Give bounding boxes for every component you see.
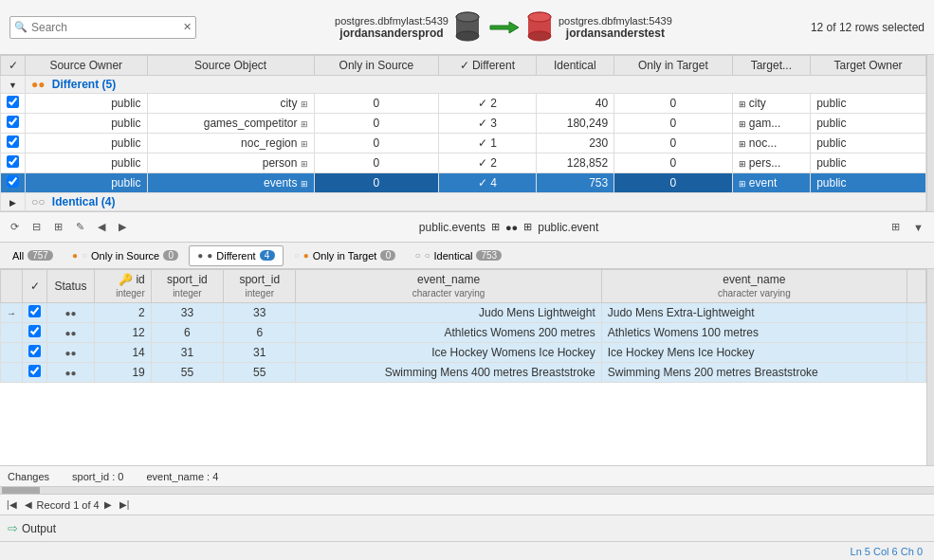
- row-arrow-none: [1, 343, 23, 363]
- columns-btn[interactable]: ⊟: [27, 218, 46, 236]
- tab-different-label: Different: [216, 250, 255, 262]
- col-source-obj-header: Source Object: [147, 56, 314, 76]
- group-expand-btn[interactable]: ▼: [1, 76, 26, 94]
- detail-row-status: ●●: [47, 303, 95, 323]
- table-row[interactable]: public games_competitor ⊞ 0 ✓ 3 180,249 …: [1, 114, 926, 134]
- target-db-name: jordansanderstest: [559, 27, 672, 40]
- dot-pair-center: ●●: [505, 222, 518, 233]
- target-conn-string: postgres.dbfmylast:5439: [559, 15, 672, 27]
- detail-extra: [907, 323, 926, 343]
- more-btn[interactable]: ▼: [908, 219, 928, 236]
- source-obj-cell: city ⊞: [147, 94, 314, 114]
- group-identical-header[interactable]: ▶ ○○ Identical (4): [1, 193, 926, 211]
- detail-scrollbar[interactable]: [926, 269, 934, 465]
- detail-row-check[interactable]: [23, 303, 47, 323]
- only-target-cell: 0: [614, 94, 732, 114]
- detail-row-check[interactable]: [23, 323, 47, 343]
- rows-selected: 12 of 12 rows selected: [811, 21, 925, 34]
- detail-id-header: 🔑 id integer: [95, 270, 152, 303]
- detail-sport-src-cell: 6: [151, 323, 223, 343]
- dot-diff2: ●: [207, 250, 212, 261]
- search-input[interactable]: [31, 21, 183, 34]
- edit-btn[interactable]: ✎: [71, 218, 89, 236]
- dot-source: ●: [72, 250, 78, 261]
- tab-all[interactable]: All 757: [4, 245, 62, 266]
- tab-identical-count: 753: [476, 250, 502, 261]
- row-arrow-indicator: →: [1, 303, 23, 323]
- detail-row-check[interactable]: [23, 363, 47, 383]
- filter-btn[interactable]: ⊞: [49, 218, 67, 236]
- detail-sport-src-cell: 55: [151, 363, 223, 383]
- detail-table: ✓ Status 🔑 id integer sport_idinteger sp…: [0, 269, 926, 383]
- detail-id-cell: 14: [95, 343, 152, 363]
- detail-event-src-cell: Judo Mens Lightweight: [296, 303, 601, 323]
- detail-event-tgt-cell: Swimming Mens 200 metres Breaststroke: [601, 363, 907, 383]
- svg-point-3: [456, 12, 479, 22]
- source-obj-cell: noc_region ⊞: [147, 134, 314, 154]
- nav-first-btn[interactable]: |◀: [4, 498, 20, 511]
- search-box[interactable]: 🔍 ✕: [9, 16, 196, 39]
- target-obj-cell: ⊞ city: [732, 94, 811, 114]
- group-different-header[interactable]: ▼ ●● Different (5): [1, 76, 926, 94]
- svg-point-8: [528, 12, 551, 22]
- status-line: Ln 5 Col 6 Ch 0: [0, 541, 934, 560]
- record-nav: |◀ ◀ Record 1 of 4 ▶ ▶|: [0, 494, 934, 515]
- nav-last-btn[interactable]: ▶|: [117, 498, 133, 511]
- different-cell: ✓ 2: [439, 94, 536, 114]
- grid-view-btn[interactable]: ⊞: [887, 218, 905, 236]
- target-owner-cell: public: [811, 173, 926, 193]
- tab-only-target-label: Only in Target: [313, 250, 377, 262]
- detail-extra-col: [907, 270, 926, 303]
- clear-search-button[interactable]: ✕: [183, 21, 192, 33]
- detail-id-cell: 12: [95, 323, 152, 343]
- source-owner-cell: public: [26, 134, 148, 154]
- detail-event-tgt-cell: Judo Mens Extra-Lightweight: [601, 303, 907, 323]
- tab-different[interactable]: ● ● Different 4: [189, 245, 283, 266]
- main-table-scrollbar[interactable]: [926, 55, 934, 211]
- identical-cell: 230: [536, 134, 614, 154]
- only-source-cell: 0: [314, 134, 438, 154]
- source-db-name: jordansandersprod: [335, 27, 449, 40]
- identical-cell: 180,249: [536, 114, 614, 134]
- source-owner-cell: public: [26, 173, 148, 193]
- group-expand-identical-btn[interactable]: ▶: [1, 193, 26, 211]
- status-text: Ln 5 Col 6 Ch 0: [851, 546, 923, 557]
- nav-left-btn[interactable]: ◀: [93, 218, 110, 236]
- nav-right-btn[interactable]: ▶: [114, 218, 131, 236]
- tab-only-target[interactable]: ○ ● Only in Target 0: [285, 245, 405, 266]
- group-different-title: Different (5): [52, 78, 116, 91]
- detail-sport-src-header: sport_idinteger: [151, 270, 223, 303]
- row-check[interactable]: [1, 114, 26, 134]
- detail-sport-tgt-cell: 55: [224, 363, 296, 383]
- tab-only-source[interactable]: ● ○ Only in Source 0: [64, 245, 187, 266]
- table-row-selected[interactable]: public events ⊞ 0 ✓ 4 753 0 ⊞ event publ…: [1, 173, 926, 193]
- detail-row-check[interactable]: [23, 343, 47, 363]
- col-different-header: ✓ Different: [439, 56, 536, 76]
- changes-label: Changes: [8, 471, 49, 482]
- detail-row[interactable]: ●● 14 31 31 Ice Hockey Womens Ice Hockey…: [1, 343, 926, 363]
- detail-event-tgt-cell: Athletics Womens 100 metres: [601, 323, 907, 343]
- nav-next-btn[interactable]: ▶: [101, 498, 115, 511]
- tab-identical[interactable]: ○ ○ Identical 753: [406, 245, 510, 266]
- target-connection: postgres.dbfmylast:5439 jordansanderstes…: [559, 15, 672, 40]
- nav-prev-btn[interactable]: ◀: [22, 498, 35, 511]
- dot-target1: ○: [294, 250, 300, 261]
- source-owner-cell: public: [26, 154, 148, 173]
- detail-row-status: ●●: [47, 343, 95, 363]
- row-check[interactable]: [1, 173, 26, 193]
- row-check[interactable]: [1, 154, 26, 173]
- table-row[interactable]: public city ⊞ 0 ✓ 2 40 0 ⊞ city public: [1, 94, 926, 114]
- tab-all-count: 757: [27, 250, 53, 261]
- table-row[interactable]: public person ⊞ 0 ✓ 2 128,852 0 ⊞ pers..…: [1, 154, 926, 173]
- table-row[interactable]: public noc_region ⊞ 0 ✓ 1 230 0 ⊞ noc...…: [1, 134, 926, 154]
- row-check[interactable]: [1, 94, 26, 114]
- detail-row[interactable]: ●● 12 6 6 Athletics Womens 200 metres At…: [1, 323, 926, 343]
- sync-btn[interactable]: ⟳: [6, 218, 24, 236]
- detail-row[interactable]: ●● 19 55 55 Swimming Mens 400 metres Bre…: [1, 363, 926, 383]
- horizontal-scrollbar[interactable]: [0, 486, 934, 494]
- target-obj-cell: ⊞ gam...: [732, 114, 811, 134]
- table-icon-right: ⊞: [523, 221, 532, 233]
- row-check[interactable]: [1, 134, 26, 154]
- detail-row-current[interactable]: → ●● 2 33 33 Judo Mens Lightweight Judo …: [1, 303, 926, 323]
- sport-id-summary: sport_id : 0: [72, 471, 123, 482]
